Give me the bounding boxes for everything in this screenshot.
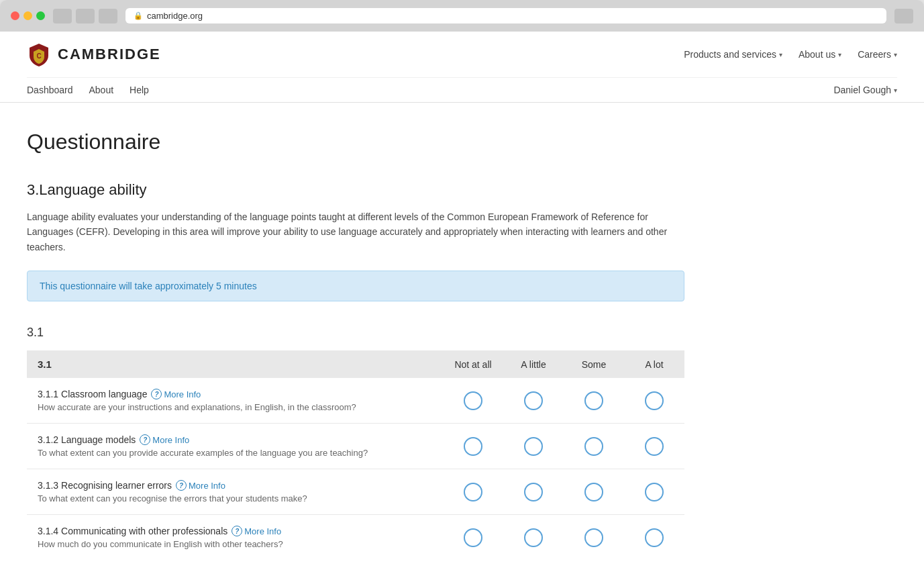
table-header-a-lot: A lot [624,350,684,378]
about-us-link[interactable]: About us ▾ [799,49,841,60]
radio-3.1.4-some[interactable] [584,528,603,547]
table-header-row: 3.1 Not at all A little Some A lot [27,350,684,378]
rating-cell-a-lot [624,515,684,561]
browser-navigation [53,9,117,23]
svg-text:C: C [36,52,41,60]
forward-button[interactable] [76,9,95,23]
table-row: 3.1.4 Communicating with other professio… [27,515,684,561]
lock-icon: 🔒 [134,11,143,20]
rating-cell-a-lot [624,424,684,469]
table-row: 3.1.1 Classroom language? More InfoHow a… [27,378,684,424]
question-label: 3.1.2 Language models? More Info [38,434,432,445]
radio-3.1.4-a-lot[interactable] [645,528,664,547]
share-button[interactable] [894,9,913,23]
help-link[interactable]: Help [130,85,149,95]
question-label: 3.1.1 Classroom language? More Info [38,389,432,399]
info-circle-icon: ? [232,526,242,536]
question-subtitle: How accurate are your instructions and e… [38,402,432,412]
info-circle-icon: ? [151,389,162,399]
browser-titlebar: 🔒 cambridge.org [0,0,924,32]
minimize-button[interactable] [23,11,32,20]
rating-cell-a-little [503,469,564,515]
maximize-button[interactable] [36,11,45,20]
radio-3.1.2-a-little[interactable] [524,437,543,456]
radio-3.1.2-not-at-all[interactable] [464,437,482,456]
radio-3.1.3-not-at-all[interactable] [464,483,482,501]
rating-cell-some [564,469,624,515]
sub-nav-links: Dashboard About Help [27,85,149,95]
radio-3.1.4-a-little[interactable] [524,528,543,547]
radio-3.1.3-a-little[interactable] [524,483,543,501]
radio-3.1.1-not-at-all[interactable] [464,391,482,410]
question-subtitle: To what extent can you recognise the err… [38,493,432,503]
more-info-link-3.1.2[interactable]: ? More Info [140,434,189,445]
table-row: 3.1.3 Recognising learner errors? More I… [27,469,684,515]
top-nav-lower: Dashboard About Help Daniel Gough ▾ [27,78,897,102]
user-name: Daniel Gough [833,85,891,95]
question-label: 3.1.4 Communicating with other professio… [38,526,432,536]
back-button[interactable] [53,9,72,23]
rating-cell-a-little [503,378,564,424]
chevron-down-icon: ▾ [894,51,897,58]
info-circle-icon: ? [140,434,150,445]
table-header-question: 3.1 [27,350,443,378]
rating-cell-a-lot [624,469,684,515]
rating-cell-a-little [503,424,564,469]
rating-cell-some [564,378,624,424]
more-info-link-3.1.3[interactable]: ? More Info [176,480,225,491]
question-cell: 3.1.2 Language models? More InfoTo what … [27,424,443,469]
rating-cell-not-at-all [443,515,503,561]
radio-3.1.1-a-little[interactable] [524,391,543,410]
top-nav-upper: C CAMBRIDGE Products and services ▾ Abou… [27,32,897,78]
question-cell: 3.1.4 Communicating with other professio… [27,515,443,561]
user-menu[interactable]: Daniel Gough ▾ [833,85,897,95]
rating-cell-some [564,424,624,469]
section-description: Language ability evaluates your understa… [27,209,684,254]
url-text: cambridge.org [147,11,203,21]
logo-area[interactable]: C CAMBRIDGE [27,42,161,66]
question-group-label: 3.1 [27,326,778,340]
question-subtitle: How much do you communicate in English w… [38,539,432,549]
rating-cell-not-at-all [443,469,503,515]
radio-3.1.3-some[interactable] [584,483,603,501]
radio-3.1.2-some[interactable] [584,437,603,456]
radio-3.1.4-not-at-all[interactable] [464,528,482,547]
top-nav: C CAMBRIDGE Products and services ▾ Abou… [0,32,924,103]
browser-window: 🔒 cambridge.org C CAMBRIDGE [0,0,924,576]
questionnaire-table: 3.1 Not at all A little Some A lot 3.1.1… [27,350,684,560]
radio-3.1.1-a-lot[interactable] [645,391,664,410]
more-info-link-3.1.1[interactable]: ? More Info [151,389,201,399]
question-label: 3.1.3 Recognising learner errors? More I… [38,480,432,491]
chevron-down-icon: ▾ [894,87,897,94]
refresh-button[interactable] [99,9,117,23]
radio-3.1.2-a-lot[interactable] [645,437,664,456]
browser-window-controls [11,11,45,20]
table-header-some: Some [564,350,624,378]
dashboard-link[interactable]: Dashboard [27,85,73,95]
cambridge-shield-icon: C [27,42,51,66]
table-header-a-little: A little [503,350,564,378]
question-cell: 3.1.1 Classroom language? More InfoHow a… [27,378,443,424]
rating-cell-some [564,515,624,561]
rating-cell-a-little [503,515,564,561]
logo-text: CAMBRIDGE [58,46,161,63]
products-services-link[interactable]: Products and services ▾ [684,49,782,60]
more-info-link-3.1.4[interactable]: ? More Info [232,526,281,536]
about-link[interactable]: About [89,85,114,95]
radio-3.1.1-some[interactable] [584,391,603,410]
rating-cell-not-at-all [443,424,503,469]
radio-3.1.3-a-lot[interactable] [645,483,664,501]
info-banner: This questionnaire will take approximate… [27,271,684,301]
address-bar[interactable]: 🔒 cambridge.org [125,8,886,23]
question-cell: 3.1.3 Recognising learner errors? More I… [27,469,443,515]
chevron-down-icon: ▾ [838,51,841,58]
page-content: C CAMBRIDGE Products and services ▾ Abou… [0,32,924,576]
page-title: Questionnaire [27,130,778,154]
main-content: Questionnaire 3.Language ability Languag… [0,103,805,576]
close-button[interactable] [11,11,19,20]
careers-link[interactable]: Careers ▾ [858,49,897,60]
rating-cell-a-lot [624,378,684,424]
info-circle-icon: ? [176,480,187,491]
question-subtitle: To what extent can you provide accurate … [38,448,432,458]
section-title: 3.Language ability [27,181,778,199]
